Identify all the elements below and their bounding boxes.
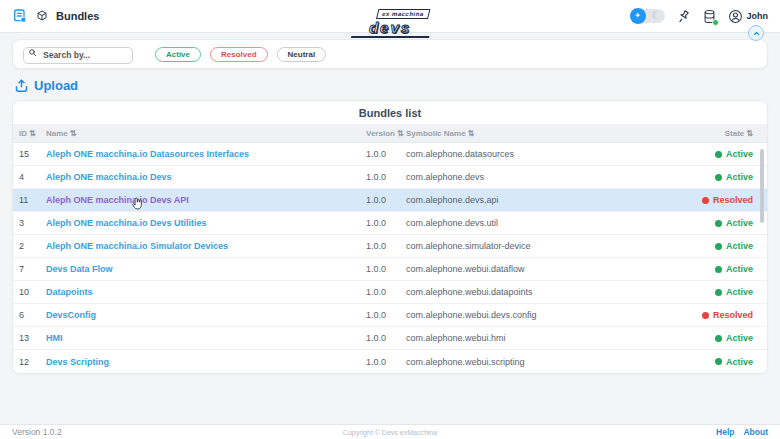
state-label: Active xyxy=(726,264,753,274)
state-badge: Active xyxy=(667,287,753,297)
state-badge: Active xyxy=(667,172,753,182)
sort-icon[interactable]: ⇅ xyxy=(746,129,753,138)
table-row[interactable]: 13 HMI 1.0.0 com.alephone.webui.hmi Acti… xyxy=(13,327,767,350)
user-menu[interactable]: John xyxy=(728,9,769,24)
search-input[interactable] xyxy=(23,47,133,64)
bundle-name-link[interactable]: Devs Scripting xyxy=(46,357,366,367)
upload-icon xyxy=(14,78,29,93)
column-header-state[interactable]: State⇅ xyxy=(667,129,753,138)
table-scrollbar[interactable] xyxy=(760,149,764,223)
bundle-name-link[interactable]: DevsConfig xyxy=(46,310,366,320)
pin-icon[interactable] xyxy=(673,6,694,27)
bundle-symbolic-name: com.alephone.simulator-device xyxy=(406,241,667,251)
column-header-name[interactable]: Name⇅ xyxy=(46,129,366,138)
state-badge: Active xyxy=(667,218,753,228)
table-row[interactable]: 6 DevsConfig 1.0.0 com.alephone.webui.de… xyxy=(13,304,767,327)
bundles-table-card: Bundles list ID⇅ Name⇅ Version⇅ Symbolic… xyxy=(12,100,768,374)
bundle-version: 1.0.0 xyxy=(366,218,406,228)
bundle-version: 1.0.0 xyxy=(366,287,406,297)
state-dot-icon xyxy=(715,266,722,273)
bundle-name-link[interactable]: Aleph ONE macchina.io Devs xyxy=(46,172,366,182)
state-badge: Resolved xyxy=(667,195,753,205)
about-link[interactable]: About xyxy=(743,427,768,437)
sort-icon[interactable]: ⇅ xyxy=(397,129,404,138)
sort-icon[interactable]: ⇅ xyxy=(29,129,36,138)
state-dot-icon xyxy=(715,151,722,158)
bundle-version: 1.0.0 xyxy=(366,264,406,274)
bundle-name-link[interactable]: HMI xyxy=(46,333,366,343)
upload-button[interactable]: Upload xyxy=(14,78,78,93)
state-badge: Active xyxy=(667,333,753,343)
bundle-symbolic-name: com.alephone.datasources xyxy=(406,149,667,159)
state-dot-icon xyxy=(715,220,722,227)
top-header: Bundles ex macchina devs ✦ ☾ xyxy=(0,0,780,33)
connection-status-dot xyxy=(712,19,719,26)
brand-tagline: ex macchina xyxy=(376,9,430,19)
bundle-name-link[interactable]: Aleph ONE macchina.io Datasources Interf… xyxy=(46,149,366,159)
table-row[interactable]: 2 Aleph ONE macchina.io Simulator Device… xyxy=(13,235,767,258)
bundle-symbolic-name: com.alephone.devs.util xyxy=(406,218,667,228)
journal-icon[interactable] xyxy=(12,8,28,24)
table-header-row: ID⇅ Name⇅ Version⇅ Symbolic Name⇅ State⇅ xyxy=(13,125,767,143)
filter-chip-resolved[interactable]: Resolved xyxy=(210,47,268,62)
table-row[interactable]: 10 Datapoints 1.0.0 com.alephone.webui.d… xyxy=(13,281,767,304)
moon-icon: ☾ xyxy=(652,9,661,23)
state-label: Active xyxy=(726,172,753,182)
bundle-id: 7 xyxy=(19,264,46,274)
state-label: Active xyxy=(726,241,753,251)
bundle-id: 11 xyxy=(19,195,46,205)
column-header-id[interactable]: ID⇅ xyxy=(19,129,46,138)
sun-star-icon[interactable]: ✦ xyxy=(630,8,646,24)
state-badge: Active xyxy=(667,357,753,367)
table-row[interactable]: 12 Devs Scripting 1.0.0 com.alephone.web… xyxy=(13,350,767,373)
table-row[interactable]: 3 Aleph ONE macchina.io Devs Utilities 1… xyxy=(13,212,767,235)
state-label: Resolved xyxy=(713,195,753,205)
bundle-name-link[interactable]: Devs Data Flow xyxy=(46,264,366,274)
filter-chip-active[interactable]: Active xyxy=(155,47,201,62)
sort-icon[interactable]: ⇅ xyxy=(70,129,77,138)
bundle-symbolic-name: com.alephone.webui.datapoints xyxy=(406,287,667,297)
state-dot-icon xyxy=(715,289,722,296)
bundle-version: 1.0.0 xyxy=(366,310,406,320)
bundle-id: 13 xyxy=(19,333,46,343)
table-body: 15 Aleph ONE macchina.io Datasources Int… xyxy=(13,143,767,373)
table-row[interactable]: 4 Aleph ONE macchina.io Devs 1.0.0 com.a… xyxy=(13,166,767,189)
table-row[interactable]: 15 Aleph ONE macchina.io Datasources Int… xyxy=(13,143,767,166)
bundle-id: 6 xyxy=(19,310,46,320)
bundle-name-link[interactable]: Aleph ONE macchina.io Simulator Devices xyxy=(46,241,366,251)
bundle-symbolic-name: com.alephone.webui.dataflow xyxy=(406,264,667,274)
help-link[interactable]: Help xyxy=(716,427,734,437)
state-dot-icon xyxy=(715,174,722,181)
brand-name: devs xyxy=(351,20,429,38)
sort-icon[interactable]: ⇅ xyxy=(468,129,475,138)
state-label: Active xyxy=(726,333,753,343)
database-status-icon[interactable] xyxy=(702,9,717,24)
column-header-version[interactable]: Version⇅ xyxy=(366,129,406,138)
bundle-symbolic-name: com.alephone.devs.api xyxy=(406,195,667,205)
bundle-id: 12 xyxy=(19,357,46,367)
state-badge: Active xyxy=(667,241,753,251)
state-dot-icon xyxy=(702,312,709,319)
state-dot-icon xyxy=(715,335,722,342)
bundle-name-link[interactable]: Aleph ONE macchina.io Devs API xyxy=(46,195,366,205)
filter-chip-neutral[interactable]: Neutral xyxy=(277,47,327,62)
state-label: Resolved xyxy=(713,310,753,320)
state-label: Active xyxy=(726,149,753,159)
bundle-symbolic-name: com.alephone.webui.scripting xyxy=(406,357,667,367)
upload-label: Upload xyxy=(34,78,78,93)
table-row[interactable]: 11 Aleph ONE macchina.io Devs API 1.0.0 … xyxy=(13,189,767,212)
table-row[interactable]: 7 Devs Data Flow 1.0.0 com.alephone.webu… xyxy=(13,258,767,281)
page-title: Bundles xyxy=(56,10,99,22)
collapse-header-button[interactable] xyxy=(748,25,764,41)
avatar-icon xyxy=(728,9,743,24)
theme-toggle[interactable]: ✦ ☾ xyxy=(631,9,665,23)
column-header-symbolic-name[interactable]: Symbolic Name⇅ xyxy=(406,129,667,138)
bundle-cube-icon xyxy=(36,10,48,22)
state-badge: Active xyxy=(667,264,753,274)
bundle-version: 1.0.0 xyxy=(366,333,406,343)
bundle-id: 4 xyxy=(19,172,46,182)
bundle-symbolic-name: com.alephone.devs xyxy=(406,172,667,182)
bundle-name-link[interactable]: Datapoints xyxy=(46,287,366,297)
bundle-name-link[interactable]: Aleph ONE macchina.io Devs Utilities xyxy=(46,218,366,228)
bundle-id: 3 xyxy=(19,218,46,228)
